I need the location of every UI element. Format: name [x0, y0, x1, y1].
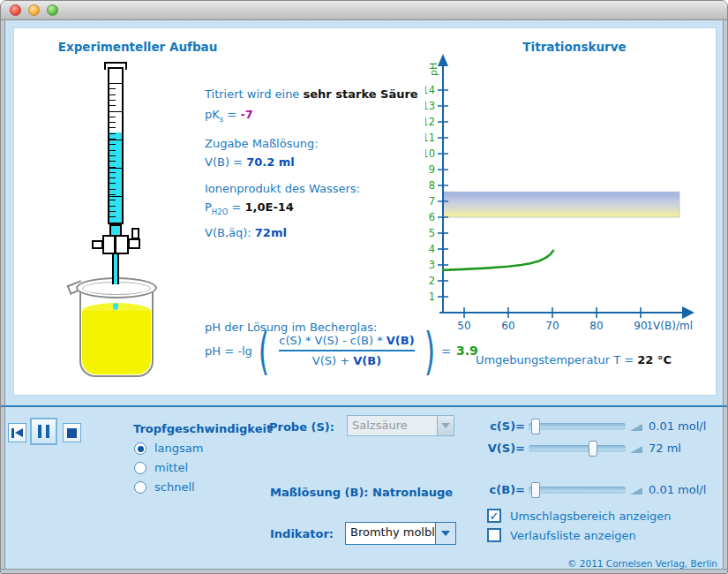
- indikator-selected-value: Bromthy molblau: [346, 523, 435, 544]
- probe-dropdown-button[interactable]: [437, 416, 454, 435]
- svg-text:90: 90: [634, 320, 647, 332]
- slider-track[interactable]: [529, 423, 626, 430]
- svg-text:70: 70: [545, 320, 559, 332]
- svg-text:8: 8: [429, 179, 435, 192]
- chart-title: Titrationskurve: [473, 40, 676, 54]
- window-titlebar[interactable]: [1, 1, 727, 20]
- tropfgeschwindigkeit-label: Tropfgeschwindigkeit: [133, 422, 272, 435]
- slider-thumb[interactable]: [531, 419, 540, 434]
- vs-slider-label: V(S)=: [488, 442, 525, 455]
- check-icon: ✓: [490, 510, 499, 522]
- svg-text:60: 60: [501, 320, 514, 332]
- umschlagsbereich-checkbox-label[interactable]: Umschlagsbereich anzeigen: [510, 509, 672, 523]
- pause-icon: [46, 425, 50, 438]
- control-bar: Tropfgeschwindigkeit langsam mittel schn…: [1, 407, 727, 573]
- ramp-icon: [630, 487, 642, 495]
- pause-button[interactable]: [30, 418, 57, 445]
- svg-text:10: 10: [425, 147, 435, 160]
- copyright-text: © 2011 Cornelsen Verlag, Berlin: [482, 558, 717, 569]
- radio-row-mittel[interactable]: mittel: [134, 461, 188, 474]
- stop-icon: [67, 428, 77, 438]
- radio-mittel-label[interactable]: mittel: [154, 461, 188, 474]
- window-frame-left: [1, 20, 5, 573]
- umschlagsbereich-checkbox[interactable]: ✓: [487, 509, 501, 523]
- close-button[interactable]: [10, 4, 21, 16]
- verlaufsliste-checkbox-label[interactable]: Verlaufsliste anzeigen: [510, 528, 636, 542]
- verlaufsliste-checkbox-row[interactable]: ✓ Verlaufsliste anzeigen: [487, 528, 636, 542]
- formula-numerator: c(S) * V(S) - c(B) * V(B): [279, 334, 414, 347]
- stopcock-handle-right: [128, 238, 140, 249]
- cb-slider-row: c(B)= 0.01 mol/l: [477, 480, 728, 502]
- cs-slider[interactable]: [529, 417, 626, 438]
- skip-to-start-button[interactable]: [8, 423, 26, 442]
- probe-label: Probe (S):: [269, 420, 334, 434]
- masslosung-label: Maßlösung (B): Natronlauge: [270, 486, 453, 499]
- svg-text:4: 4: [429, 243, 435, 255]
- radio-schnell[interactable]: [134, 481, 146, 494]
- temperature-line: Umgebungstemperatur T = 22 °C: [411, 353, 672, 366]
- indikator-select[interactable]: Bromthy molblau: [345, 522, 456, 545]
- cb-slider[interactable]: [529, 480, 626, 502]
- formula-denominator: V(S) + V(B): [312, 354, 381, 367]
- formula-lhs: pH = -lg: [205, 344, 252, 358]
- cs-slider-label: c(S)=: [490, 419, 525, 433]
- minimize-button[interactable]: [28, 4, 40, 16]
- radio-langsam-label[interactable]: langsam: [154, 442, 203, 455]
- svg-text:7: 7: [429, 195, 435, 208]
- window-frame-right: [723, 20, 727, 573]
- svg-text:12: 12: [425, 116, 435, 128]
- titration-type-line: Titriert wird eine sehr starke Säure: [205, 87, 418, 101]
- slider-track[interactable]: [529, 487, 626, 494]
- window-frame-bottom: [1, 569, 727, 573]
- radio-row-schnell[interactable]: schnell: [134, 480, 195, 494]
- radio-row-langsam[interactable]: langsam: [134, 442, 203, 455]
- umschlagsbereich-checkbox-row[interactable]: ✓ Umschlagsbereich anzeigen: [487, 509, 672, 523]
- svg-text:3: 3: [429, 259, 435, 271]
- simulation-panel: Experimenteller Aufbau Titrationskurve T…: [13, 27, 717, 396]
- svg-text:11: 11: [425, 132, 435, 144]
- verlaufsliste-checkbox[interactable]: ✓: [487, 528, 501, 542]
- panel-divider: [1, 405, 728, 407]
- vs-slider-row: V(S)= 72 ml: [477, 439, 728, 460]
- open-paren: (: [258, 325, 270, 376]
- vs-slider-value: 72 ml: [649, 442, 681, 455]
- slider-track[interactable]: [529, 445, 626, 452]
- burette-tip: [112, 254, 119, 284]
- radio-langsam[interactable]: [134, 442, 146, 455]
- svg-text:9: 9: [429, 163, 435, 176]
- svg-text:13: 13: [425, 100, 435, 112]
- indikator-dropdown-button[interactable]: [435, 523, 455, 544]
- vb-line: V(B) = 70.2 ml: [205, 155, 295, 169]
- pks-line: pKs = -7: [205, 108, 253, 124]
- pw-line: PH2O = 1,0E-14: [205, 200, 294, 216]
- slider-thumb[interactable]: [531, 482, 540, 498]
- app-window: Experimenteller Aufbau Titrationskurve T…: [0, 0, 728, 574]
- probe-select[interactable]: Salzsäure: [347, 415, 454, 436]
- ionenprodukt-label: Ionenprodukt des Wassers:: [205, 182, 360, 195]
- stop-button[interactable]: [63, 423, 81, 442]
- svg-text:50: 50: [457, 320, 470, 332]
- formula-fraction: c(S) * V(S) - c(B) * V(B) V(S) + V(B): [275, 334, 417, 367]
- skip-triangle-glyph: [15, 428, 23, 437]
- vbaeq-line: V(B,äq): 72ml: [205, 226, 287, 239]
- cs-slider-value: 0.01 mol/l: [649, 419, 706, 433]
- beaker-liquid: [82, 311, 151, 374]
- ramp-icon: [630, 446, 642, 453]
- skip-bar-glyph: [11, 428, 14, 438]
- indikator-label: Indikator:: [270, 527, 334, 540]
- zoom-button[interactable]: [47, 4, 58, 16]
- radio-schnell-label[interactable]: schnell: [154, 480, 195, 494]
- burette-tube: [108, 67, 124, 224]
- svg-text:14: 14: [425, 84, 435, 96]
- cb-slider-value: 0.01 mol/l: [649, 483, 706, 496]
- left-panel-title: Experimenteller Aufbau: [41, 40, 235, 54]
- cb-slider-label: c(B)=: [490, 483, 525, 496]
- slider-thumb[interactable]: [589, 441, 597, 457]
- ph-becherglas-label: pH der Lösung im Becherglas:: [205, 321, 377, 334]
- ramp-icon: [630, 424, 642, 431]
- burette-graduation-major: [109, 83, 122, 221]
- radio-mittel[interactable]: [134, 462, 146, 474]
- zugabe-label: Zugabe Maßlösung:: [205, 137, 319, 150]
- svg-text:pH: pH: [428, 63, 439, 76]
- vs-slider[interactable]: [529, 439, 626, 460]
